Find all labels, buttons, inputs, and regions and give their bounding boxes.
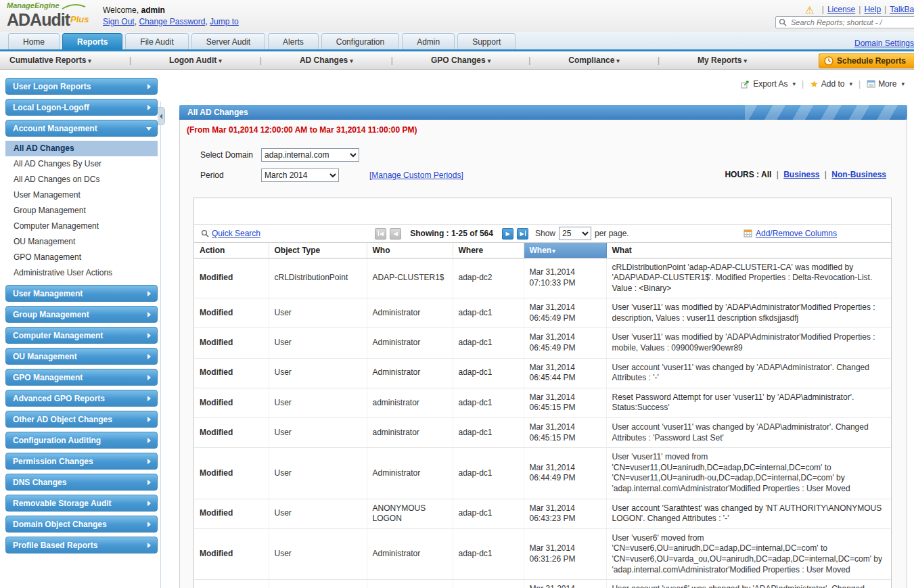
sidebar-group-ou-management[interactable]: OU Management (5, 348, 158, 365)
session-link-sign-out[interactable]: Sign Out (103, 17, 135, 26)
table-row[interactable]: ModifiedUserANONYMOUS LOGONadap-dc1Mar 3… (194, 499, 891, 528)
sidebar-group-other-ad-object-changes[interactable]: Other AD Object Changes (5, 411, 158, 428)
warning-icon[interactable]: ⚠ (805, 4, 814, 16)
subnav-logon-audit[interactable]: Logon Audit▾ (169, 55, 222, 65)
sidebar-item-all-ad-changes[interactable]: All AD Changes (5, 141, 158, 156)
sidebar-item-user-management[interactable]: User Management (5, 187, 158, 203)
when-date: Mar 31,2014 (530, 363, 601, 374)
table-row[interactable]: ModifiedUserAdministratoradap-dc1Mar 31,… (194, 358, 891, 388)
tab-admin[interactable]: Admin (402, 33, 455, 49)
sidebar-item-ou-management[interactable]: OU Management (5, 234, 158, 250)
sidebar-group-advanced-gpo-reports[interactable]: Advanced GPO Reports (5, 390, 158, 407)
sidebar-group-account-management[interactable]: Account Management (5, 120, 158, 137)
sidebar-group-gpo-management[interactable]: GPO Management (5, 369, 158, 386)
sidebar-group-domain-object-changes[interactable]: Domain Object Changes (5, 516, 158, 533)
chevron-right-icon (147, 438, 151, 443)
utility-link-help[interactable]: Help (864, 5, 881, 14)
cell-when: Mar 31,201406:44:49 PM (524, 448, 606, 499)
column-header-what[interactable]: What (606, 243, 891, 258)
cell-who: Administrator (367, 358, 453, 388)
sidebar-item-gpo-management[interactable]: GPO Management (5, 250, 158, 265)
more-button[interactable]: More▾ (867, 79, 905, 89)
add-to-button[interactable]: ★ Add to▾ (810, 79, 852, 89)
sidebar-group-configuration-auditing[interactable]: Configuration Auditing (5, 432, 158, 449)
sidebar-group-group-management[interactable]: Group Management (5, 306, 158, 323)
table-row[interactable]: ModifiedUserAdministratoradap-dc1Mar 31,… (194, 528, 891, 579)
column-header-where[interactable]: Where (453, 243, 524, 258)
table-row[interactable]: ModifiedUseradministratoradap-dc1Mar 31,… (194, 580, 891, 588)
first-page-button[interactable]: ◀ (375, 228, 386, 240)
column-header-action[interactable]: Action (194, 243, 269, 258)
column-header-when[interactable]: When▾ (524, 243, 606, 258)
table-row[interactable]: ModifiedcRLDistributionPointADAP-CLUSTER… (194, 258, 891, 298)
tab-file-audit[interactable]: File Audit (125, 33, 188, 49)
table-row[interactable]: ModifiedUserAdministratoradap-dc1Mar 31,… (194, 298, 891, 328)
next-page-button[interactable]: ▶ (502, 228, 513, 240)
separator: | (129, 55, 131, 65)
add-remove-columns-link[interactable]: Add/Remove Columns (744, 229, 837, 238)
session-link-jump-to[interactable]: Jump to (210, 17, 239, 26)
column-header-object-type[interactable]: Object Type (269, 243, 367, 258)
report-actions-row: Export As▾ | ★ Add to▾ | More▾ (741, 79, 905, 89)
subnav-compliance[interactable]: Compliance▾ (568, 55, 620, 65)
tab-configuration[interactable]: Configuration (321, 33, 399, 49)
table-row[interactable]: ModifiedUseradministratoradap-dc1Mar 31,… (194, 388, 891, 417)
utility-link-talkback[interactable]: TalkBack (890, 5, 914, 14)
sidebar-group-profile-based-reports[interactable]: Profile Based Reports (5, 537, 158, 553)
search-box[interactable] (775, 16, 914, 28)
search-input[interactable] (790, 18, 914, 27)
tab-home[interactable]: Home (8, 33, 60, 49)
sidebar-item-computer-management[interactable]: Computer Management (5, 219, 158, 234)
sidebar-item-all-ad-changes-on-dcs[interactable]: All AD Changes on DCs (5, 172, 158, 187)
tab-alerts[interactable]: Alerts (268, 33, 319, 49)
sidebar-collapse-handle[interactable] (158, 107, 165, 125)
chevron-right-icon (147, 396, 151, 401)
separator: | (777, 170, 779, 179)
cell-what: Reset Password Attempt for user 'vuser11… (606, 388, 891, 417)
domain-settings-link[interactable]: Domain Settings (854, 39, 914, 48)
last-page-button[interactable]: ▶ (517, 228, 528, 240)
sidebar-item-group-management[interactable]: Group Management (5, 203, 158, 219)
hours-non-business-link[interactable]: Non-Business (831, 170, 886, 179)
sidebar-item-all-ad-changes-by-user[interactable]: All AD Changes By User (5, 156, 158, 172)
schedule-reports-button[interactable]: Schedule Reports (819, 53, 914, 68)
table-row[interactable]: ModifiedUserAdministratoradap-dc1Mar 31,… (194, 448, 891, 499)
subnav-cumulative-reports[interactable]: Cumulative Reports▾ (9, 55, 91, 65)
sidebar-group-computer-management[interactable]: Computer Management (5, 327, 158, 344)
chevron-right-icon (147, 480, 151, 485)
sort-descending-icon: ▾ (552, 248, 555, 254)
quick-search-link[interactable]: Quick Search (201, 229, 260, 238)
table-row[interactable]: ModifiedUserAdministratoradap-dc1Mar 31,… (194, 328, 891, 358)
sidebar-group-dns-changes[interactable]: DNS Changes (5, 474, 158, 491)
sidebar-group-label: Group Management (13, 310, 89, 319)
cell-where: adap-dc1 (453, 418, 524, 448)
subnav-ad-changes[interactable]: AD Changes▾ (300, 55, 353, 65)
sidebar-group-permission-changes[interactable]: Permission Changes (5, 453, 158, 470)
sidebar-item-administrative-user-actions[interactable]: Administrative User Actions (5, 265, 158, 281)
sidebar-group-removable-storage-audit[interactable]: Removable Storage Audit (5, 495, 158, 512)
tab-reports[interactable]: Reports (62, 33, 122, 49)
export-as-button[interactable]: Export As▾ (741, 79, 796, 89)
separator: | (859, 79, 861, 89)
manage-custom-periods-link[interactable]: [Manage Custom Periods] (369, 171, 463, 180)
column-header-who[interactable]: Who (367, 243, 453, 258)
table-row[interactable]: ModifiedUseradministratoradap-dc1Mar 31,… (194, 418, 891, 448)
report-panel-body: (From Mar 01,2014 12:00:00 AM to Mar 31,… (179, 120, 907, 588)
sidebar-group-user-management[interactable]: User Management (5, 285, 158, 302)
hours-business-link[interactable]: Business (783, 170, 819, 179)
sidebar-group-local-logon-logoff[interactable]: Local Logon-Logoff (5, 99, 158, 116)
period-select[interactable]: March 2014 (261, 168, 339, 182)
cell-where: adap-dc1 (453, 528, 524, 579)
sidebar-group-user-logon-reports[interactable]: User Logon Reports (5, 78, 158, 95)
domain-select[interactable]: adap.internal.com (261, 148, 359, 162)
subnav-gpo-changes[interactable]: GPO Changes▾ (431, 55, 490, 65)
cell-object-type: User (269, 388, 367, 417)
report-date-range: (From Mar 01,2014 12:00:00 AM to Mar 31,… (180, 120, 907, 136)
tab-server-audit[interactable]: Server Audit (191, 33, 265, 49)
page-size-select[interactable]: 25 (559, 227, 591, 240)
utility-link-license[interactable]: License (827, 5, 855, 14)
tab-support[interactable]: Support (457, 33, 516, 49)
previous-page-button[interactable]: ◀ (390, 228, 401, 240)
session-link-change-password[interactable]: Change Password (139, 17, 205, 26)
subnav-my-reports[interactable]: My Reports▾ (698, 55, 747, 65)
